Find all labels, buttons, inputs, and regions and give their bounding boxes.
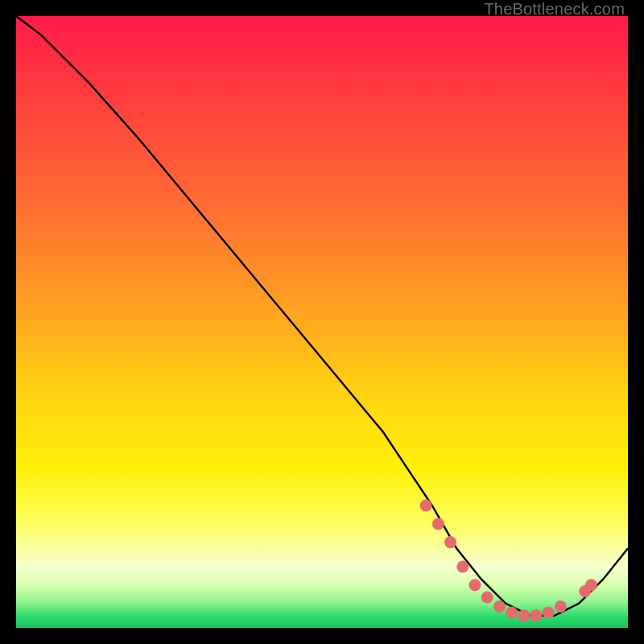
curve-marker: [444, 536, 456, 548]
curve-marker: [420, 500, 432, 512]
plot-area: [16, 16, 628, 628]
curve-marker: [585, 579, 597, 591]
curve-marker: [543, 607, 555, 619]
curve-marker: [456, 561, 469, 573]
chart-stage: TheBottleneck.com: [0, 0, 644, 644]
curve-marker: [555, 601, 567, 613]
curve-marker: [493, 601, 506, 613]
bottleneck-curve: [16, 16, 628, 616]
curve-marker: [506, 607, 518, 619]
curve-marker: [530, 609, 543, 621]
curve-marker: [518, 609, 530, 621]
curve-marker: [432, 518, 444, 530]
chart-svg: [16, 16, 628, 628]
curve-marker: [469, 579, 481, 591]
curve-marker: [481, 592, 493, 604]
marker-group: [420, 500, 597, 622]
